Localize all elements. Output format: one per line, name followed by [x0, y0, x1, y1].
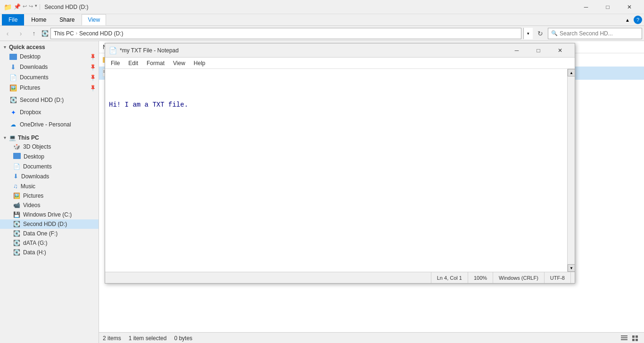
data-h-icon: 💽: [13, 249, 20, 256]
sidebar-item-desktop-label: Desktop: [20, 53, 95, 60]
back-button[interactable]: ‹: [2, 28, 13, 39]
sidebar-item-data-h[interactable]: 💽 Data (H:): [0, 248, 99, 257]
sidebar-item-data-g[interactable]: 💽 dATA (G:): [0, 238, 99, 248]
address-path[interactable]: This PC › Second HDD (D:): [50, 28, 521, 39]
notepad-editor[interactable]: [105, 69, 567, 272]
sidebar-videos-label: Videos: [23, 202, 40, 209]
path-sep-1: ›: [76, 31, 77, 36]
sidebar-item-downloads-label: Downloads: [20, 64, 95, 70]
sidebar-item-second-hdd-thispc[interactable]: 💽 Second HDD (D:): [0, 219, 99, 229]
notepad-scrollbar-track: [568, 76, 575, 264]
notepad-menu-view[interactable]: View: [169, 58, 189, 68]
sidebar-item-pictures[interactable]: 🖼️ Pictures 📌: [0, 83, 99, 93]
sidebar-dropbox-label: Dropbox: [20, 109, 95, 116]
this-pc-section: ▾ 💻 This PC 🎲 3D Objects Desktop 📄 Docum…: [0, 133, 99, 257]
sidebar-item-desktop-thispc[interactable]: Desktop: [0, 151, 99, 162]
large-icons-view-button[interactable]: [631, 334, 640, 343]
sidebar-item-3d-objects[interactable]: 🎲 3D Objects: [0, 142, 99, 151]
notepad-app-icon: 📄: [109, 47, 117, 54]
quick-access-section: ▾ Quick access Desktop 📌 ⬇ Downloads 📌 📄…: [0, 41, 99, 94]
music-icon: ♫: [13, 183, 18, 190]
separator: |: [39, 3, 41, 11]
svg-rect-6: [621, 335, 627, 336]
address-dropdown-button[interactable]: ▾: [523, 28, 533, 39]
status-bar: 2 items 1 item selected 0 bytes: [99, 332, 644, 343]
pictures-icon-thispc: 🖼️: [13, 192, 20, 199]
help-button[interactable]: ?: [634, 16, 642, 24]
sidebar-item-downloads-thispc[interactable]: ⬇ Downloads: [0, 171, 99, 181]
sidebar-item-documents-thispc[interactable]: 📄 Documents: [0, 162, 99, 171]
notepad-menu-help[interactable]: Help: [190, 58, 209, 68]
maximize-button[interactable]: □: [597, 0, 619, 14]
sidebar-item-second-hdd[interactable]: 💽 Second HDD (D:): [0, 95, 99, 105]
notepad-menu: File Edit Format View Help: [105, 58, 575, 69]
this-pc-expand: ▾: [4, 135, 6, 140]
notepad-window: 📄 *my TXT File - Notepad ─ □ ✕ File Edit…: [105, 43, 575, 284]
sidebar-item-documents[interactable]: 📄 Documents 📌: [0, 72, 99, 83]
sidebar-second-hdd-label: Second HDD (D:): [20, 97, 95, 103]
sidebar-onedrive-label: OneDrive - Personal: [20, 121, 95, 128]
sidebar-item-music[interactable]: ♫ Music: [0, 181, 99, 191]
documents-icon-thispc: 📄: [13, 163, 20, 170]
quick-access-header[interactable]: ▾ Quick access: [0, 42, 99, 51]
ribbon-corner: ▲ ?: [623, 16, 642, 24]
redo-icon[interactable]: ↪: [29, 3, 33, 11]
undo-icon[interactable]: ↩: [23, 3, 27, 11]
sidebar-item-onedrive[interactable]: ☁ OneDrive - Personal: [0, 119, 99, 130]
notepad-menu-format[interactable]: Format: [143, 58, 168, 68]
downloads-icon-thispc: ⬇: [13, 173, 18, 180]
collapse-ribbon-button[interactable]: ▲: [623, 17, 632, 23]
sidebar-item-dropbox[interactable]: ✦ Dropbox: [0, 107, 99, 117]
sidebar-item-desktop[interactable]: Desktop 📌: [0, 51, 99, 62]
refresh-button[interactable]: ↻: [535, 28, 546, 39]
pictures-icon: 🖼️: [9, 84, 17, 92]
notepad-close-button[interactable]: ✕: [549, 43, 571, 58]
item-count: 2 items: [103, 335, 121, 342]
data-g-icon: 💽: [13, 240, 20, 246]
search-box[interactable]: 🔍: [548, 28, 642, 39]
notepad-minimize-button[interactable]: ─: [506, 43, 528, 58]
up-button[interactable]: ↑: [28, 28, 40, 39]
sidebar-item-pictures-thispc[interactable]: 🖼️ Pictures: [0, 191, 99, 201]
notepad-scrollbar[interactable]: ▲ ▼: [567, 69, 575, 272]
tab-share[interactable]: Share: [53, 14, 81, 25]
close-button[interactable]: ✕: [619, 0, 640, 14]
notepad-scrollbar-up[interactable]: ▲: [568, 69, 575, 76]
notepad-content-area: ▲ ▼: [105, 69, 575, 272]
notepad-menu-edit[interactable]: Edit: [124, 58, 142, 68]
notepad-maximize-button[interactable]: □: [528, 43, 549, 58]
data-one-icon: 💽: [13, 230, 20, 237]
notepad-status-position: Ln 4, Col 1: [431, 272, 468, 283]
desktop-icon-thispc: [13, 153, 21, 160]
sidebar-item-videos[interactable]: 📹 Videos: [0, 201, 99, 210]
tab-view[interactable]: View: [82, 14, 106, 25]
tab-home[interactable]: Home: [25, 14, 52, 25]
sidebar-item-windows-drive[interactable]: 💾 Windows Drive (C:): [0, 210, 99, 219]
tab-file[interactable]: File: [2, 14, 24, 25]
pin-icon[interactable]: 📌: [14, 3, 21, 11]
notepad-menu-file[interactable]: File: [107, 58, 124, 68]
main-layout: ▾ Quick access Desktop 📌 ⬇ Downloads 📌 📄…: [0, 41, 644, 343]
dropdown-icon[interactable]: ▾: [35, 3, 37, 11]
notepad-status-zoom: 100%: [468, 272, 493, 283]
sidebar-desktop-thispc-label: Desktop: [24, 153, 44, 160]
details-view-button[interactable]: [619, 334, 629, 343]
svg-rect-11: [632, 339, 635, 341]
sidebar-scroll-area: ▾ Quick access Desktop 📌 ⬇ Downloads 📌 📄…: [0, 41, 99, 257]
search-icon: 🔍: [551, 30, 558, 36]
sidebar-second-hdd-thispc-label: Second HDD (D:): [23, 221, 67, 227]
sidebar-item-downloads[interactable]: ⬇ Downloads 📌: [0, 62, 99, 72]
notepad-scrollbar-down[interactable]: ▼: [568, 264, 575, 272]
notepad-titlebar: 📄 *my TXT File - Notepad ─ □ ✕: [105, 43, 575, 58]
dropbox-icon: ✦: [9, 109, 17, 116]
this-pc-header[interactable]: ▾ 💻 This PC: [0, 133, 99, 142]
path-this-pc[interactable]: This PC: [54, 30, 74, 37]
path-drive[interactable]: Second HDD (D:): [79, 30, 123, 37]
forward-button[interactable]: ›: [15, 28, 26, 39]
windows-drive-icon: 💾: [13, 211, 20, 218]
minimize-button[interactable]: ─: [575, 0, 597, 14]
selected-size: 0 bytes: [174, 335, 192, 342]
search-input[interactable]: [560, 30, 639, 37]
sidebar-documents-thispc-label: Documents: [23, 163, 52, 170]
sidebar-item-data-one[interactable]: 💽 Data One (F:): [0, 229, 99, 238]
